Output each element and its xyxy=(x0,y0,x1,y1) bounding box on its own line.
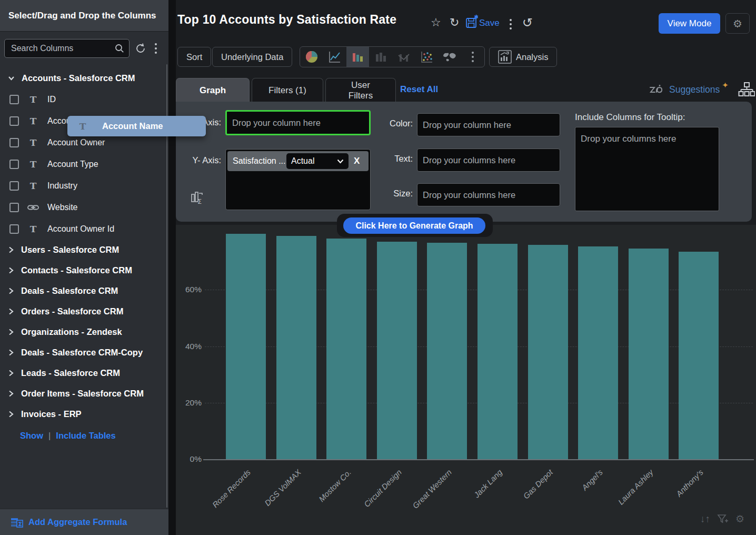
bar-DGS VolMAX[interactable] xyxy=(276,236,316,459)
column-item[interactable]: TID xyxy=(0,88,166,110)
text-dropzone[interactable]: Drop your columns here xyxy=(417,148,560,172)
y-axis-dropzone[interactable]: Satisfaction ... Actual X xyxy=(225,149,371,210)
chart-type-scatter-icon[interactable] xyxy=(415,47,439,67)
sidebar-table-collapsed[interactable]: Leads - Salesforce CRM xyxy=(0,363,166,383)
column-checkbox[interactable] xyxy=(9,95,19,104)
column-checkbox[interactable] xyxy=(9,160,19,169)
tab-user-filters[interactable]: User Filters xyxy=(325,78,396,102)
settings-gear-icon[interactable]: ⚙ xyxy=(725,13,750,34)
sidebar-table-collapsed[interactable]: Deals - Salesforce CRM xyxy=(0,281,166,301)
tab-graph[interactable]: Graph xyxy=(176,78,250,102)
size-dropzone[interactable]: Drop your columns here xyxy=(417,183,560,206)
sidebar-table-accounts[interactable]: Accounts - Salesforce CRM xyxy=(0,67,166,88)
add-aggregate-formula-bar[interactable]: Σ Add Aggregate Formula xyxy=(0,509,168,535)
color-dropzone[interactable]: Drop your column here xyxy=(417,113,560,136)
sparkle-icon: ✦ xyxy=(722,81,729,90)
include-tables-link[interactable]: Include Tables xyxy=(56,431,115,441)
sort-button[interactable]: Sort xyxy=(177,47,211,67)
chart-type-switcher xyxy=(300,46,485,67)
sidebar-table-collapsed[interactable]: Organizations - Zendesk xyxy=(0,322,166,342)
bar-Rose Records[interactable] xyxy=(226,234,266,459)
tooltip-columns-dropzone[interactable]: Drop your columns here xyxy=(575,127,719,211)
sidebar-table-collapsed[interactable]: Invoices - ERP xyxy=(0,404,166,424)
bar-Laura Ashley[interactable] xyxy=(629,249,669,459)
zia-suggestions[interactable]: Suggestions ✦ xyxy=(649,82,755,97)
sidebar-table-collapsed[interactable]: Deals - Salesforce CRM-Copy xyxy=(0,342,166,363)
chart-type-pie-icon[interactable] xyxy=(300,47,323,67)
bar-Anthony's[interactable] xyxy=(679,252,719,459)
show-link[interactable]: Show xyxy=(20,431,43,441)
table-label: Leads - Salesforce CRM xyxy=(21,368,120,378)
bar-Circuit Design[interactable] xyxy=(377,242,417,459)
text-type-icon: T xyxy=(27,137,39,148)
column-checkbox[interactable] xyxy=(9,181,19,191)
add-aggregate-formula-label: Add Aggregate Formula xyxy=(28,517,127,527)
text-type-icon: T xyxy=(77,121,88,132)
analysis-button[interactable]: Analysis xyxy=(489,47,557,67)
chart-type-more-icon[interactable] xyxy=(461,47,484,67)
hierarchy-icon[interactable] xyxy=(738,82,755,97)
sidebar-refresh-icon[interactable] xyxy=(135,43,146,54)
chart-type-stacked-bar-icon[interactable] xyxy=(369,47,392,67)
column-item[interactable]: TIndustry xyxy=(0,175,166,196)
sidebar-more-options-icon[interactable] xyxy=(152,42,160,55)
reset-all-link[interactable]: Reset All xyxy=(400,84,438,95)
chart-type-bar-icon[interactable] xyxy=(346,47,370,67)
column-item[interactable]: TAccount Type xyxy=(0,153,166,175)
sidebar-table-collapsed[interactable]: Orders - Salesforce CRM xyxy=(0,301,166,322)
column-checkbox[interactable] xyxy=(9,116,19,126)
chart-type-map-icon[interactable] xyxy=(439,47,462,67)
x-axis-dropzone[interactable]: Drop your column here xyxy=(225,110,371,135)
title-more-options-icon[interactable] xyxy=(506,18,515,31)
favorite-star-icon[interactable]: ☆ xyxy=(431,16,441,29)
sidebar-table-collapsed[interactable]: Order Items - Salesforce CRM xyxy=(0,383,166,404)
drag-ghost-account-name[interactable]: T Account Name xyxy=(67,116,206,136)
column-label: Website xyxy=(47,203,78,212)
bar-Great Western[interactable] xyxy=(427,243,467,459)
sidebar-table-collapsed[interactable]: Users - Salesforce CRM xyxy=(0,240,166,260)
sidebar-table-collapsed[interactable]: Contacts - Salesforce CRM xyxy=(0,260,166,281)
generate-graph-button[interactable]: Click Here to Generate Graph xyxy=(343,217,485,234)
chart-type-line-icon[interactable] xyxy=(323,47,346,67)
bar-Angel's[interactable] xyxy=(578,246,618,459)
chevron-right-icon xyxy=(7,349,15,356)
aggregate-bars-icon[interactable]: Σ xyxy=(191,190,204,205)
graph-builder-panel: X- Axis: Drop your column here Y- Axis: … xyxy=(176,102,752,222)
column-checkbox[interactable] xyxy=(9,138,19,147)
chevron-right-icon xyxy=(7,266,15,274)
column-label: Account Owner Id xyxy=(47,224,114,234)
column-item[interactable]: Website xyxy=(0,196,166,218)
bar-Mostow Co.[interactable] xyxy=(326,239,366,459)
chart-settings-gear-icon[interactable]: ⚙ xyxy=(735,513,744,525)
undo-icon[interactable]: ↺ xyxy=(522,16,533,29)
table-label: Organizations - Zendesk xyxy=(21,327,122,337)
chart-type-combo-icon[interactable] xyxy=(392,47,415,67)
table-label: Deals - Salesforce CRM-Copy xyxy=(21,348,143,358)
underlying-data-button[interactable]: Underlying Data xyxy=(212,47,292,67)
sidebar-divider xyxy=(168,0,176,535)
refresh-icon[interactable]: ↻ xyxy=(450,16,459,29)
column-checkbox[interactable] xyxy=(9,203,19,212)
x-axis-line xyxy=(203,459,754,460)
x-axis-placeholder: Drop your column here xyxy=(232,118,321,128)
bar-Jack Lang[interactable] xyxy=(478,244,518,459)
search-input[interactable] xyxy=(4,39,130,58)
tab-filters[interactable]: Filters (1) xyxy=(252,78,323,102)
column-checkbox[interactable] xyxy=(9,224,19,234)
bar-Gas Depot[interactable] xyxy=(528,245,568,459)
column-item[interactable]: TAccount Owner Id xyxy=(0,218,166,240)
save-button[interactable]: ✱ Save xyxy=(465,15,500,28)
remove-column-icon[interactable]: X xyxy=(354,156,360,166)
chart-sort-icon[interactable]: ↓↑ xyxy=(700,513,710,525)
sidebar-search-row xyxy=(0,32,168,63)
drag-ghost-label: Account Name xyxy=(102,121,163,131)
y-axis-column-pill[interactable]: Satisfaction ... Actual X xyxy=(227,151,369,171)
text-type-icon: T xyxy=(27,224,39,234)
links-separator: | xyxy=(48,431,51,441)
aggregation-select[interactable]: Actual xyxy=(286,153,349,169)
text-label: Text: xyxy=(367,154,413,164)
chart-filter-icon[interactable] xyxy=(717,514,729,524)
save-floppy-icon: ✱ xyxy=(465,15,478,28)
aggregation-value: Actual xyxy=(291,156,314,166)
view-mode-button[interactable]: View Mode xyxy=(659,13,720,34)
